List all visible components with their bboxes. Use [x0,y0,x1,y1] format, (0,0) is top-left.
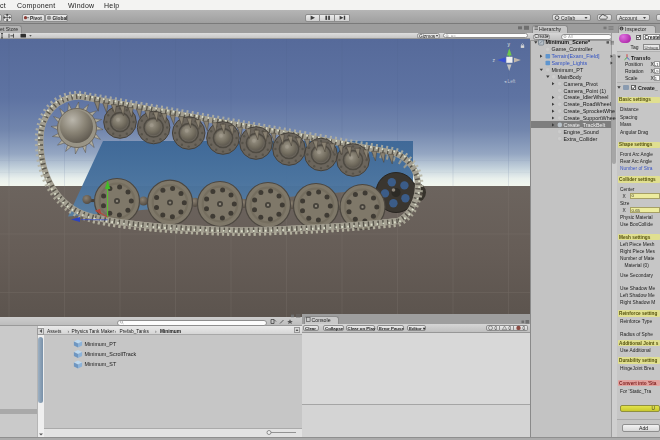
svg-text:Additional Joint s: Additional Joint s [619,341,659,346]
svg-text:et Store: et Store [0,26,18,32]
svg-text:Distance: Distance [620,107,639,112]
svg-text:Angular Drag: Angular Drag [620,130,649,135]
svg-text:Minimum: Minimum [160,329,181,334]
svg-text:Inspector: Inspector [625,26,647,32]
svg-text:Convert into 'Sta: Convert into 'Sta [619,381,657,386]
svg-text:Minimum_PT: Minimum_PT [85,341,117,347]
svg-text:Sample_Lights: Sample_Lights [552,60,588,66]
svg-text:Basic settings: Basic settings [619,97,651,102]
svg-text:HingeJoint Brea: HingeJoint Brea [620,366,654,371]
svg-text:Account: Account [619,15,638,21]
svg-text:Use Secondary: Use Secondary [620,273,653,278]
svg-text:Minimum_PT: Minimum_PT [552,67,584,73]
svg-text:Physic Material: Physic Material [620,215,653,220]
svg-text:Left Shadow Me: Left Shadow Me [620,293,655,298]
svg-text:Prefab_Tanks: Prefab_Tanks [120,329,150,334]
svg-text:Durability setting: Durability setting [619,358,657,363]
svg-text:Terrain[Exam_Field]: Terrain[Exam_Field] [552,53,600,59]
svg-text:Hierarchy: Hierarchy [539,26,562,32]
svg-text:Console: Console [312,317,331,323]
svg-text:U: U [652,406,656,411]
svg-text:ct: ct [0,2,6,9]
svg-text:Use Additional: Use Additional [620,348,651,353]
svg-text:Clear: Clear [305,326,316,331]
svg-text:Create_RoadWheel: Create_RoadWheel [564,101,611,107]
svg-text:Error Pause: Error Pause [379,326,404,331]
svg-text:X: X [623,208,627,213]
svg-text:Right Shadow M: Right Shadow M [620,300,655,305]
svg-text:Physics Tank Maker: Physics Tank Maker [72,329,115,334]
svg-text:For 'Static_Tra: For 'Static_Tra [620,389,651,394]
svg-text:Create_: Create_ [638,85,659,91]
svg-text:Collab: Collab [561,15,575,21]
svg-text:›: › [155,329,157,334]
svg-text:Rear Arc Angle: Rear Arc Angle [620,159,652,164]
svg-text:0: 0 [523,326,526,331]
svg-text:X: X [623,194,627,199]
svg-text:Reinforce Type: Reinforce Type [620,319,653,324]
svg-text:Window: Window [68,2,95,9]
svg-text:Assets: Assets [47,329,62,334]
svg-text:›: › [115,329,117,334]
svg-text:Create_IdlerWheel: Create_IdlerWheel [564,94,609,100]
svg-text:Game_Controller: Game_Controller [552,46,593,52]
svg-text:Minimum_Scene*: Minimum_Scene* [546,39,592,45]
svg-text:Collapse: Collapse [325,326,344,331]
svg-text:Spacing: Spacing [620,115,638,120]
svg-text:Position: Position [625,61,643,67]
svg-text:Use Shadow Me: Use Shadow Me [620,286,656,291]
svg-text:Help: Help [104,2,119,10]
svg-text:Mesh settings: Mesh settings [619,235,651,240]
svg-text:Minimum_ST: Minimum_ST [85,361,117,367]
svg-text:0.65: 0.65 [632,208,641,213]
svg-text:Number of Stra: Number of Stra [620,166,653,171]
svg-text:Center: Center [620,187,635,192]
svg-text:Transfo: Transfo [631,55,651,61]
svg-text:Engine_Sound: Engine_Sound [564,129,599,135]
svg-text:Create_TrackBelt: Create_TrackBelt [564,122,606,128]
svg-text:Front Arc Angle: Front Arc Angle [620,152,653,157]
svg-text:0: 0 [495,326,498,331]
svg-text:MainBody: MainBody [558,74,582,80]
svg-text:-9: -9 [655,69,659,74]
svg-text:Create_SupportWhee: Create_SupportWhee [564,115,616,121]
svg-text:Add: Add [639,425,648,431]
svg-text:Create_SprocketWhe: Create_SprocketWhe [564,108,616,114]
svg-text:Untagg: Untagg [645,45,659,50]
svg-text:Component: Component [17,2,55,10]
svg-text:0: 0 [632,193,635,198]
svg-text:Reinforce setting: Reinforce setting [619,311,657,316]
svg-text:Clear on Play: Clear on Play [348,326,376,331]
svg-text:Scale: Scale [625,75,638,81]
svg-text:0: 0 [509,326,512,331]
svg-text:Minimum_ScrollTrack: Minimum_ScrollTrack [85,351,137,357]
svg-text:1: 1 [655,76,658,81]
svg-text:Rotation: Rotation [625,68,644,74]
svg-text:Extra_Collider: Extra_Collider [564,136,598,142]
svg-text:Pivot: Pivot [30,16,42,21]
svg-text:Use BoxCollide: Use BoxCollide [620,222,653,227]
svg-text:Camera_Pivot: Camera_Pivot [564,81,599,87]
svg-text:Number of Mate: Number of Mate [620,256,655,261]
svg-text:Left Piece Mesh: Left Piece Mesh [620,242,655,247]
svg-text:Tag: Tag [631,44,639,50]
svg-text:›: › [68,329,70,334]
svg-text:Radius of Sphe: Radius of Sphe [620,332,653,337]
svg-text:-1: -1 [655,62,659,67]
svg-text:Gizmos: Gizmos [419,34,436,39]
svg-text:Material (0): Material (0) [625,263,650,268]
svg-text:Global: Global [53,16,68,21]
svg-text:Size: Size [620,201,630,206]
svg-text:Shape settings: Shape settings [619,142,653,147]
svg-text:Editor ▾: Editor ▾ [409,326,426,331]
svg-text:Camera_Point (1): Camera_Point (1) [564,88,607,94]
svg-text:All: All [451,34,456,39]
svg-text:Mass: Mass [620,122,632,127]
svg-text:Create: Create [645,35,660,40]
svg-text:Right Piece Mes: Right Piece Mes [620,249,656,254]
svg-text:Collider settings: Collider settings [619,177,656,182]
